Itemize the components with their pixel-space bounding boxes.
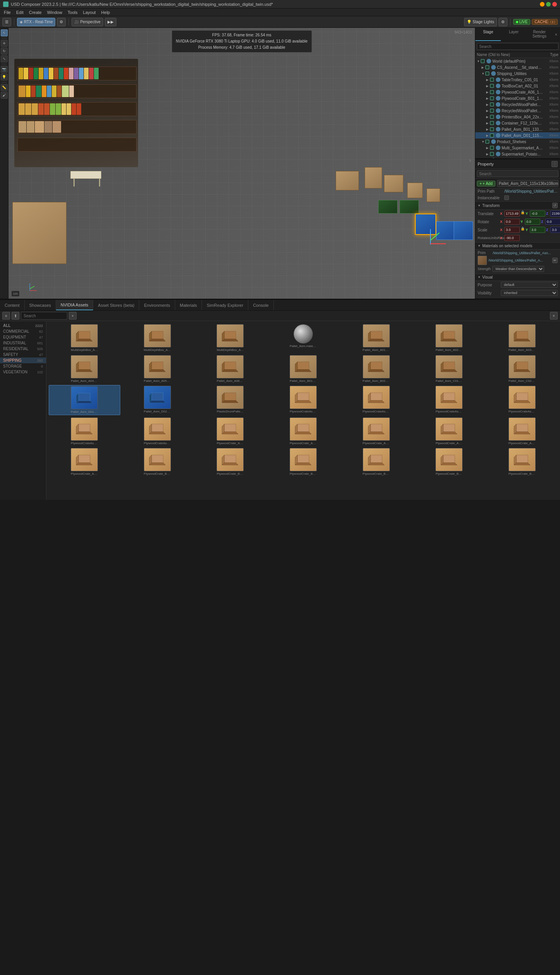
asset-item-plywood_a02_24[interactable]: PlywoodCrate_A02_24 0x120x10_PR_NV_01 [268,417,339,446]
scale-tool[interactable]: ⤡ [1,55,8,62]
tree-visibility-recycled_a02[interactable] [496,102,500,107]
tree-arrow-recycled_a02[interactable]: ▶ [486,103,490,106]
tree-item-world[interactable]: ▼World (defaultPrim)Xform [475,58,560,64]
menu-help[interactable]: Help [99,9,113,16]
bottom-filter-btn[interactable]: ≡ [2,312,10,320]
tree-visibility-cs_ascend[interactable] [491,65,496,70]
asset-item-pallet_a04_120[interactable]: Pallet_Asm_A04_120x 122x75c...V_NVD_01 [49,354,120,384]
tree-visibility-toolbox_cart[interactable] [496,84,500,88]
asset-item-pallet_b02_111[interactable]: Pallet_Asm_B02_111x 111x129c...V_NVD_01 [340,354,412,384]
property-search-input[interactable] [477,170,558,177]
asset-cat-all[interactable]: ALL2222 [0,323,46,328]
rotate-resolve-x-input[interactable] [504,235,520,241]
asset-item-multi_depth_a12[interactable]: MultiDepthBox_A12_3 6x51x36c...R_NVD_01 [195,323,266,353]
transform-section-header[interactable]: ▼ Transform ↺ [475,201,560,210]
rotate-z-input[interactable] [545,219,560,225]
asset-item-plywood_b03_20[interactable]: PlywoodCrate_B03_20 ... [268,447,339,477]
tree-visibility-world[interactable] [487,59,491,63]
asset-item-plywood_a03_90[interactable]: PlywoodCrate_A03_90 x90x80cm_PR_NV_01 [340,417,412,446]
asset-cat-equipment[interactable]: EQUIPMENT47 [0,334,46,340]
tree-item-toolbox_cart[interactable]: ▶ToolBoxCart_A02_01Xform [475,83,560,89]
tree-visibility-printers_a04[interactable] [496,115,500,119]
asset-item-plywood_a04_12[interactable]: PlywoodCrate_A04_12 0x120x50_PR_NV_01 [413,417,485,446]
bottom-tab-materials[interactable]: Materials [175,300,202,310]
tree-item-recycled_a02[interactable]: ▶RecycledWoodPallet_A02_PR...Xform [475,101,560,108]
tree-arrow-shipping_utilities[interactable]: ▼ [481,72,485,75]
menu-file[interactable]: File [2,9,13,16]
bottom-tab-showcases[interactable]: Showcases [25,300,56,310]
paint-tool[interactable]: 🖌 [1,92,8,99]
asset-cat-commercial[interactable]: COMMERCIAL82 [0,328,46,334]
toolbar-menu-btn[interactable]: ☰ [2,18,11,26]
tree-visibility-pallet_d01[interactable] [496,133,500,138]
tree-item-pallet_b01[interactable]: ▶Pallet_Asm_B01_133x112x47...Xform [475,126,560,132]
asset-cat-vegetation[interactable]: VEGETATION102 [0,369,46,375]
asset-item-plywood_a05_12[interactable]: PlywoodCrate_A05_12 0x120x11_PR_NV_01 [486,417,558,446]
bottom-search-input[interactable] [21,312,67,320]
perspective-btn[interactable]: 🎥 Perspective [72,18,103,26]
tree-arrow-table_trolley[interactable]: ▶ [486,78,490,82]
prop-add-btn[interactable]: + + Add [477,181,495,186]
materials-section-header[interactable]: ▼ Materials on selected models [475,242,560,250]
tree-item-product_shelves[interactable]: ▼Product_ShelvesXform [475,139,560,145]
tree-arrow-toolbox_cart[interactable]: ▶ [486,84,490,88]
asset-item-plywood_b06_30[interactable]: PlywoodCrate_B06_30 ... [486,447,558,477]
bottom-tab-environments[interactable]: Environments [139,300,175,310]
tree-visibility-container_f12[interactable] [496,121,500,125]
close-button[interactable] [552,2,557,7]
bottom-tab-nvidia-assets[interactable]: NVIDIA Assets [56,300,94,310]
asset-item-multi_depth_a10[interactable]: MultiDepthBox_A10_3 1x46x31c...R_NVD_01 [49,323,120,353]
asset-cat-residential[interactable]: RESIDENTIAL505 [0,346,46,352]
move-tool[interactable]: ✛ [1,40,8,47]
tree-arrow-pallet_b01[interactable]: ▶ [486,128,490,131]
property-scroll-area[interactable]: ▼ Transform ↺ Translate X 🔒 [475,201,560,299]
tree-arrow-product_shelves[interactable]: ▼ [481,140,485,144]
tree-visibility-recycled_a02b[interactable] [496,108,500,113]
rotate-tool[interactable]: ↻ [1,48,8,55]
viewport-nav-btn[interactable]: ▶▶ [105,18,116,26]
asset-cat-safety[interactable]: SAFETY47 [0,352,46,358]
tree-visibility-plywood_b01_100[interactable] [496,96,500,101]
rotate-y-input[interactable] [525,219,540,225]
tree-visibility-multi_supermarket[interactable] [496,145,500,150]
tree-visibility-shipping_utilities[interactable] [491,71,496,76]
asset-item-plywood_b01_10[interactable]: PlywoodCrate_B01_10 0x100x10_PR_NV_01 [122,447,193,477]
tree-arrow-recycled_a02b[interactable]: ▶ [486,109,490,113]
asset-item-plywood_b05_10[interactable]: PlywoodCrate_B05_10 ... [413,447,485,477]
tree-visibility-environment[interactable] [491,158,496,158]
asset-item-plywood_a02[interactable]: PlywoodCrateAssembl y_A02_PR_NVD_01 [340,385,412,415]
tree-arrow-multi_supermarket[interactable]: ▶ [486,146,490,150]
asset-item-pallet_d01_115[interactable]: Pallet_Asm_D01_115x 136x108c...V_NVD_01 [49,385,120,415]
tree-item-plywood_a06_120[interactable]: ▶PlywoodCrate_A06_120x12d...Xform [475,89,560,95]
asset-item-pallet_a05_102[interactable]: Pallet_Asm_A05_102x 102x103c...V_NVD_01 [122,354,193,384]
asset-item-plywood_a06_12[interactable]: PlywoodCrate_A06_12 0x120x15_PR_NV_01 [49,447,120,477]
tree-item-plywood_b01_100[interactable]: ▶PlywoodCrate_B01_100x100...Xform [475,95,560,101]
stage-close-btn[interactable]: × [552,28,560,41]
select-tool[interactable]: ↖ [1,29,8,36]
tree-item-recycled_a02b[interactable]: ▶RecycledWoodPallet_A02_PR...Xform [475,108,560,114]
asset-item-plywood_a06[interactable]: PlywoodCrateAssembl y_A06_PR_NVD_01 [122,417,193,446]
bottom-close-btn[interactable]: × [550,312,558,320]
asset-item-multi_depth_a11[interactable]: MultiDepthBox_A11_4 6x46x31c...R_NVD_01 [122,323,193,353]
asset-cat-shipping[interactable]: SHIPPING282 [0,358,46,363]
settings-btn[interactable]: ⚙ [499,18,507,26]
transform-reset-btn[interactable]: ↺ [552,203,558,208]
asset-item-plywood_a03[interactable]: PlywoodCrateAssembl y_A03_PR_NVD_01 [413,385,485,415]
bottom-tab-content[interactable]: Content [0,300,25,310]
asset-item-plywood_crate_asm[interactable]: PlywoodCrateAssembl y_A01_PR...NVD_01 [268,385,339,415]
bottom-tab-simready-explorer[interactable]: SimReady Explorer [202,300,248,310]
asset-item-plywood_b04_20[interactable]: PlywoodCrate_B04_20 ... [340,447,412,477]
asset-item-pallet_b01_133[interactable]: Pallet_Asm_B01_133x 112x47c...V_NVD_01 [268,354,339,384]
mat-strength-select[interactable]: Weaker than Descendants [492,266,544,272]
tree-visibility-plywood_a06_120[interactable] [496,90,500,94]
asset-item-pallet_a06_112[interactable]: Pallet_Asm_A06_112x 112x109c...V_NVD_01 [195,354,266,384]
tree-arrow-pallet_d01[interactable]: ▶ [486,134,490,137]
stage-lights-btn[interactable]: 💡 Stage Lights [464,18,497,26]
tree-item-cs_ascend[interactable]: ▶CS_Ascend__Sit_stand_Worksta...Xform [475,64,560,70]
tree-item-multi_supermarket[interactable]: ▶Multi_Supermarket_Assetspe...Xform [475,145,560,151]
tree-arrow-supermarket_potato[interactable]: ▶ [486,152,490,156]
tree-visibility-pallet_b01[interactable] [496,127,500,132]
tree-visibility-product_shelves[interactable] [491,139,496,144]
translate-y-input[interactable] [530,210,545,217]
measure-tool[interactable]: 📏 [1,84,8,91]
